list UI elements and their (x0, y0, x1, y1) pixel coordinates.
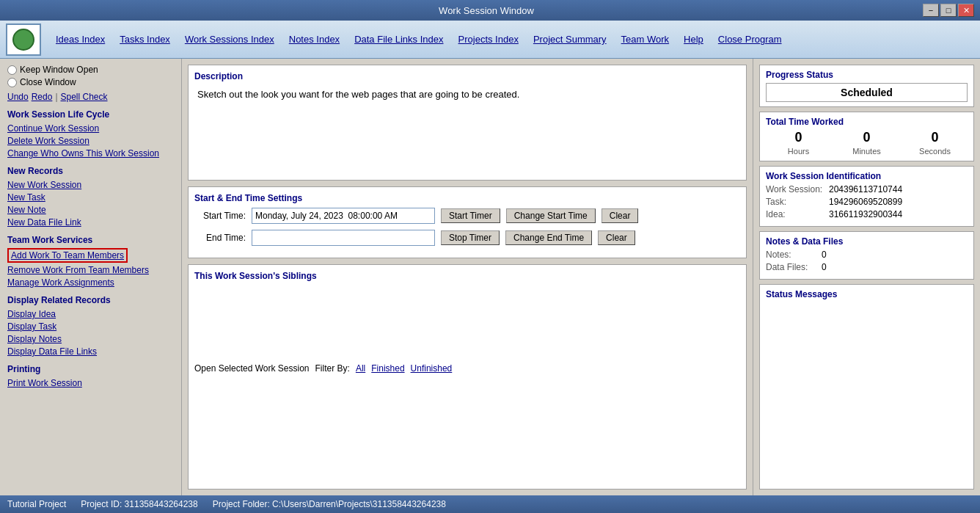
start-time-input[interactable] (252, 208, 435, 224)
menu-team-work[interactable]: Team Work (615, 31, 676, 48)
start-timer-button[interactable]: Start Timer (441, 208, 500, 223)
display-related-records-title: Display Related Records (7, 295, 174, 305)
menu-tasks-index[interactable]: Tasks Index (114, 31, 176, 48)
seconds-value: 0 (902, 130, 968, 145)
work-session-id-value: 204396113710744 (829, 184, 902, 194)
clear-start-button[interactable]: Clear (601, 208, 639, 223)
menu-projects-index[interactable]: Projects Index (453, 31, 524, 48)
minimize-button[interactable]: − (923, 4, 939, 17)
status-messages-title: Status Messages (766, 289, 968, 299)
idea-id-row: Idea: 316611932900344 (766, 209, 968, 219)
notes-label: Notes: (766, 250, 817, 260)
center-panel: Description Sketch out the look you want… (182, 59, 753, 495)
total-time-title: Total Time Worked (766, 117, 968, 127)
window-controls: − □ ✕ (923, 4, 974, 17)
title-bar: Work Session Window − □ ✕ (0, 0, 980, 21)
undo-link[interactable]: Undo (7, 92, 29, 102)
print-work-session-link[interactable]: Print Work Session (7, 378, 82, 388)
right-panel: Progress Status Scheduled Total Time Wor… (753, 59, 980, 495)
time-settings-label: Start & End Time Settings (194, 193, 740, 203)
task-id-row: Task: 194296069520899 (766, 197, 968, 207)
description-text[interactable]: Sketch out the look you want for the web… (194, 86, 740, 174)
progress-status-title: Progress Status (766, 70, 968, 80)
filter-all-link[interactable]: All (356, 363, 365, 374)
data-files-row: Data Files: 0 (766, 262, 968, 272)
display-task-link[interactable]: Display Task (7, 321, 56, 332)
stop-timer-button[interactable]: Stop Timer (441, 230, 500, 245)
close-window-radio[interactable]: Close Window (7, 77, 174, 87)
work-session-lifecycle-title: Work Session Life Cycle (7, 109, 174, 120)
description-section: Description Sketch out the look you want… (188, 65, 747, 181)
main-content: Keep Window Open Close Window Undo Redo … (0, 59, 980, 495)
menu-work-sessions-index[interactable]: Work Sessions Index (179, 31, 280, 48)
menu-notes-index[interactable]: Notes Index (283, 31, 345, 48)
task-id-label: Task: (766, 197, 824, 207)
sidebar: Keep Window Open Close Window Undo Redo … (0, 59, 182, 495)
end-time-row: End Time: Stop Timer Change End Time Cle… (194, 230, 740, 246)
keep-window-open-radio[interactable]: Keep Window Open (7, 65, 174, 75)
notes-data-files-section: Notes & Data Files Notes: 0 Data Files: … (759, 231, 974, 280)
idea-id-value: 316611932900344 (829, 209, 902, 219)
time-settings-section: Start & End Time Settings Start Time: St… (188, 186, 747, 258)
siblings-footer: Open Selected Work Session Filter By: Al… (194, 363, 740, 374)
new-work-session-link[interactable]: New Work Session (7, 180, 81, 190)
menu-close-program[interactable]: Close Program (712, 31, 788, 48)
printing-title: Printing (7, 364, 174, 374)
new-data-file-link-link[interactable]: New Data File Link (7, 217, 81, 228)
start-time-row: Start Time: Start Timer Change Start Tim… (194, 208, 740, 224)
notes-row: Notes: 0 (766, 250, 968, 260)
add-work-to-team-members-link[interactable]: Add Work To Team Members (7, 248, 128, 263)
new-records-title: New Records (7, 166, 174, 176)
maximize-button[interactable]: □ (940, 4, 957, 17)
new-note-link[interactable]: New Note (7, 205, 46, 215)
menu-data-file-links-index[interactable]: Data File Links Index (348, 31, 449, 48)
app-logo (6, 23, 41, 56)
menu-project-summary[interactable]: Project Summary (527, 31, 612, 48)
spell-check-link[interactable]: Spell Check (61, 92, 108, 102)
notes-data-files-title: Notes & Data Files (766, 236, 968, 247)
time-worked-grid: 0 Hours 0 Minutes 0 Seconds (766, 130, 968, 156)
work-session-id-label: Work Session: (766, 184, 824, 194)
progress-status-section: Progress Status Scheduled (759, 65, 974, 107)
manage-work-assignments-link[interactable]: Manage Work Assignments (7, 277, 114, 288)
change-owner-link[interactable]: Change Who Owns This Work Session (7, 148, 159, 159)
delete-work-session-link[interactable]: Delete Work Session (7, 136, 89, 146)
continue-work-session-link[interactable]: Continue Work Session (7, 123, 99, 134)
description-label: Description (194, 71, 740, 81)
status-bar: Tutorial Project Project ID: 31135844326… (0, 495, 980, 513)
seconds-cell: 0 Seconds (902, 130, 968, 156)
filter-finished-link[interactable]: Finished (371, 363, 404, 374)
work-session-id-row: Work Session: 204396113710744 (766, 184, 968, 194)
team-work-services-title: Team Work Services (7, 235, 174, 245)
status-badge: Scheduled (766, 83, 968, 102)
menu-bar: Ideas Index Tasks Index Work Sessions In… (0, 21, 980, 59)
menu-help[interactable]: Help (678, 31, 709, 48)
change-start-time-button[interactable]: Change Start Time (506, 208, 596, 223)
end-time-input[interactable] (252, 230, 435, 246)
idea-id-label: Idea: (766, 209, 824, 219)
change-end-time-button[interactable]: Change End Time (505, 230, 592, 245)
clear-end-button[interactable]: Clear (598, 230, 635, 245)
minutes-value: 0 (834, 130, 899, 145)
data-files-label: Data Files: (766, 262, 817, 272)
close-button[interactable]: ✕ (958, 4, 974, 17)
hours-value: 0 (766, 130, 831, 145)
hours-cell: 0 Hours (766, 130, 831, 156)
menu-ideas-index[interactable]: Ideas Index (50, 31, 111, 48)
display-notes-link[interactable]: Display Notes (7, 334, 62, 344)
total-time-section: Total Time Worked 0 Hours 0 Minutes 0 Se… (759, 112, 974, 161)
siblings-section: This Work Session's Siblings Open Select… (188, 264, 747, 490)
project-name: Tutorial Project (7, 499, 66, 509)
notes-value: 0 (822, 250, 827, 260)
logo-icon (12, 29, 34, 51)
display-data-file-links-link[interactable]: Display Data File Links (7, 346, 97, 357)
end-time-label: End Time: (194, 233, 246, 243)
project-id-display: Project ID: 311358443264238 (81, 499, 197, 509)
display-idea-link[interactable]: Display Idea (7, 309, 56, 319)
redo-link[interactable]: Redo (32, 92, 53, 102)
new-task-link[interactable]: New Task (7, 192, 45, 203)
remove-work-from-team-members-link[interactable]: Remove Work From Team Members (7, 265, 149, 275)
task-id-value: 194296069520899 (829, 197, 902, 207)
filter-unfinished-link[interactable]: Unfinished (411, 363, 453, 374)
data-files-value: 0 (822, 262, 827, 272)
